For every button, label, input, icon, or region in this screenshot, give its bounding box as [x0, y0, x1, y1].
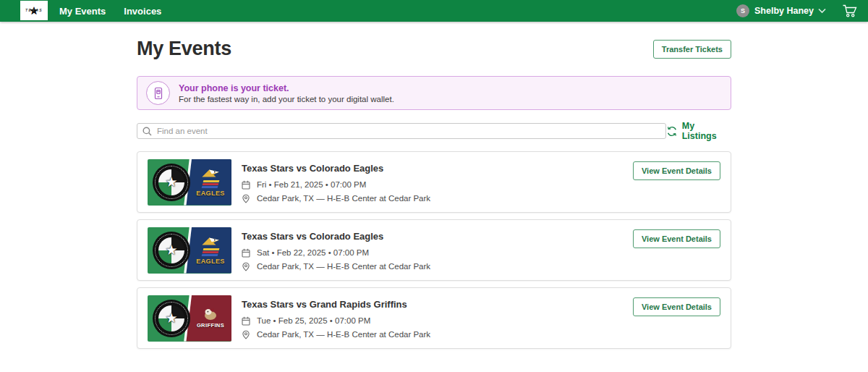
event-title: Texas Stars vs Grand Rapids Griffins	[242, 299, 633, 310]
event-thumbnail: ★ GRIFFINS	[148, 295, 231, 342]
page-title: My Events	[137, 38, 231, 60]
search-row: My Listings	[137, 121, 731, 141]
sync-icon	[666, 126, 678, 137]
event-info: Texas Stars vs Colorado Eagles Sat • Feb…	[242, 229, 633, 271]
eagle-head-icon	[200, 168, 221, 179]
search-wrap	[137, 123, 666, 139]
texas-stars-logo[interactable]: ★ TEXAS	[20, 1, 48, 20]
logo-wordmark: TEXAS	[25, 8, 43, 12]
event-location: Cedar Park, TX — H-E-B Center at Cedar P…	[257, 194, 430, 203]
event-location: Cedar Park, TX — H-E-B Center at Cedar P…	[257, 262, 430, 271]
search-input[interactable]	[137, 123, 666, 139]
event-location-row: Cedar Park, TX — H-E-B Center at Cedar P…	[242, 262, 633, 271]
event-datetime: Tue • Feb 25, 2025 • 07:00 PM	[257, 316, 370, 325]
event-title: Texas Stars vs Colorado Eagles	[242, 163, 633, 174]
texas-stars-roundel-logo: ★	[153, 300, 190, 337]
calendar-icon	[242, 316, 250, 326]
banner-subtitle: For the fastest way in, add your ticket …	[179, 95, 394, 103]
event-datetime-row: Sat • Feb 22, 2025 • 07:00 PM	[242, 248, 633, 258]
transfer-tickets-button[interactable]: Transfer Tickets	[653, 40, 731, 59]
opponent-emblem: EAGLES	[190, 227, 231, 274]
opponent-wordmark: EAGLES	[196, 258, 224, 265]
event-datetime: Fri • Feb 21, 2025 • 07:00 PM	[257, 180, 366, 189]
event-info: Texas Stars vs Grand Rapids Griffins Tue…	[242, 297, 633, 339]
event-location-row: Cedar Park, TX — H-E-B Center at Cedar P…	[242, 330, 633, 339]
event-list: ★ EAGLES Texas Star	[137, 151, 731, 349]
user-name[interactable]: Shelby Haney	[754, 6, 814, 16]
title-row: My Events Transfer Tickets	[137, 38, 731, 60]
opponent-wordmark: EAGLES	[196, 190, 224, 197]
location-pin-icon	[242, 330, 250, 339]
view-event-details-button[interactable]: View Event Details	[633, 229, 720, 248]
nav-my-events[interactable]: My Events	[59, 6, 106, 17]
location-pin-icon	[242, 262, 250, 271]
event-title: Texas Stars vs Colorado Eagles	[242, 231, 633, 242]
my-listings-label: My Listings	[682, 121, 731, 141]
search-icon	[142, 127, 152, 136]
event-datetime-row: Fri • Feb 21, 2025 • 07:00 PM	[242, 180, 633, 190]
eagles-stripes	[202, 180, 220, 188]
opponent-emblem: GRIFFINS	[190, 295, 231, 342]
opponent-wordmark: GRIFFINS	[197, 322, 224, 329]
eagles-stripes	[202, 248, 220, 256]
event-info: Texas Stars vs Colorado Eagles Fri • Feb…	[242, 161, 633, 203]
phone-icon	[146, 81, 170, 105]
nav-invoices[interactable]: Invoices	[124, 6, 161, 17]
eagle-head-icon	[200, 236, 221, 247]
event-card: ★ GRIFFINS Texas Stars vs Grand Rapids G…	[137, 287, 731, 349]
location-pin-icon	[242, 194, 250, 203]
event-thumbnail: ★ EAGLES	[148, 227, 231, 274]
cart-icon[interactable]	[842, 4, 858, 18]
chevron-down-icon[interactable]	[818, 8, 826, 14]
event-datetime: Sat • Feb 22, 2025 • 07:00 PM	[257, 248, 369, 257]
my-listings-link[interactable]: My Listings	[666, 121, 731, 141]
event-card: ★ EAGLES Texas Star	[137, 151, 731, 213]
view-event-details-button[interactable]: View Event Details	[633, 297, 720, 316]
main-nav: My Events Invoices	[59, 6, 161, 17]
event-card: ★ EAGLES Texas Star	[137, 219, 731, 281]
calendar-icon	[242, 180, 250, 190]
event-datetime-row: Tue • Feb 25, 2025 • 07:00 PM	[242, 316, 633, 326]
avatar[interactable]: S	[736, 4, 749, 17]
top-navbar: ★ TEXAS My Events Invoices S Shelby Hane…	[0, 0, 868, 22]
user-area: S Shelby Haney	[736, 4, 858, 18]
main-content: My Events Transfer Tickets Your phone is…	[137, 38, 731, 349]
banner-title: Your phone is your ticket.	[179, 83, 394, 93]
opponent-emblem: EAGLES	[190, 159, 231, 206]
griffin-icon	[201, 308, 220, 321]
event-location: Cedar Park, TX — H-E-B Center at Cedar P…	[257, 330, 430, 339]
phone-ticket-banner: Your phone is your ticket. For the faste…	[137, 76, 731, 110]
view-event-details-button[interactable]: View Event Details	[633, 161, 720, 180]
event-location-row: Cedar Park, TX — H-E-B Center at Cedar P…	[242, 194, 633, 203]
calendar-icon	[242, 248, 250, 258]
texas-stars-roundel-logo: ★	[153, 164, 190, 201]
banner-text: Your phone is your ticket. For the faste…	[179, 83, 394, 103]
texas-stars-roundel-logo: ★	[153, 232, 190, 269]
event-thumbnail: ★ EAGLES	[148, 159, 231, 206]
